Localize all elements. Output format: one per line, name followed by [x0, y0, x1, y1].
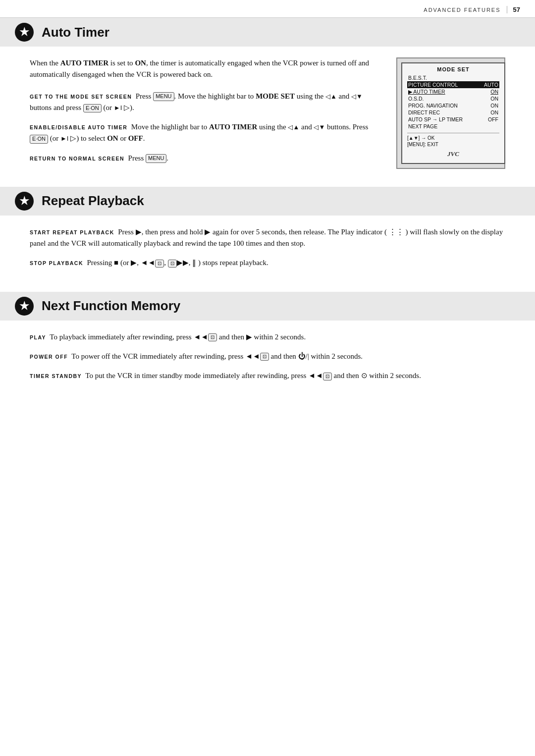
subsection-stop-playback: Stop Playback Pressing ■ (or ▶, ◄◄⊡, ⊡▶▶… — [30, 257, 505, 269]
section-repeat-playback-header: ★ Repeat Playback — [0, 187, 535, 216]
rew-key2: ⊡ — [208, 333, 217, 341]
section-next-function-header: ★ Next Function Memory — [0, 292, 535, 321]
repeat-playback-content: Start Repeat Playback Press ▶, then pres… — [0, 226, 535, 292]
mode-row-auto-sp: AUTO SP → LP TIMEROFF — [407, 116, 499, 123]
auto-timer-icon: ★ — [15, 23, 34, 42]
next-function-title: Next Function Memory — [42, 298, 180, 314]
mode-set-title: MODE SET — [407, 66, 499, 72]
subsection-return-normal: Return to Normal Screen Press MENU. — [30, 153, 381, 164]
fwd-key: ⊡ — [168, 260, 177, 268]
section-repeat-playback: ★ Repeat Playback Start Repeat Playback … — [0, 187, 535, 292]
subsection-get-to-mode-set-label: Get to the Mode Set Screen — [30, 94, 132, 100]
mode-row-auto-timer: ▶ AUTO TIMERON — [407, 88, 499, 95]
rew-key3: ⊡ — [260, 353, 269, 361]
mode-row-prog-nav: PROG. NAVIGATIONON — [407, 102, 499, 109]
subsection-timer-standby: Timer Standby To put the VCR in timer st… — [30, 370, 505, 381]
section-auto-timer-header: ★ Auto Timer — [0, 18, 535, 47]
mode-row-best: B.E.S.T. — [407, 74, 499, 81]
subsection-start-repeat-label: Start Repeat Playback — [30, 229, 114, 235]
rew-key: ⊡ — [155, 260, 164, 268]
subsection-power-off: Power Off To power off the VCR immediate… — [30, 351, 505, 362]
auto-timer-title: Auto Timer — [42, 25, 109, 40]
subsection-return-normal-label: Return to Normal Screen — [30, 156, 124, 162]
mode-row-direct-rec: DIRECT RECON — [407, 109, 499, 116]
subsection-power-off-label: Power Off — [30, 354, 68, 360]
subsection-enable-disable: Enable/Disable Auto Timer Move the highl… — [30, 121, 381, 145]
page-container: ADVANCED FEATURES 57 ★ Auto Timer When t… — [0, 0, 535, 756]
subsection-play-text: To playback immediately after rewinding,… — [48, 333, 306, 341]
mode-set-mockup: MODE SET B.E.S.T. PICTURE CONTROLAUTO ▶ … — [396, 57, 505, 169]
page-header: ADVANCED FEATURES 57 — [0, 0, 535, 18]
repeat-playback-title: Repeat Playback — [42, 193, 144, 209]
mode-set-footer: [▲▼] → OK [MENU]: EXIT — [407, 133, 499, 147]
mode-row-picture: PICTURE CONTROLAUTO — [407, 81, 499, 88]
next-function-icon: ★ — [15, 297, 34, 316]
header-page-number: 57 — [507, 6, 520, 13]
subsection-play: Play To playback immediately after rewin… — [30, 331, 505, 343]
section-auto-timer: ★ Auto Timer When the AUTO TIMER is set … — [0, 18, 535, 187]
menu-key2: MENU — [146, 154, 166, 162]
subsection-return-normal-text: Press MENU. — [126, 154, 168, 162]
auto-timer-left: When the AUTO TIMER is set to ON, the ti… — [30, 57, 381, 172]
subsection-timer-standby-text: To put the VCR in timer standby mode imm… — [84, 372, 421, 379]
subsection-play-label: Play — [30, 334, 46, 340]
section-next-function-memory: ★ Next Function Memory Play To playback … — [0, 292, 535, 405]
mode-set-outer-box: MODE SET B.E.S.T. PICTURE CONTROLAUTO ▶ … — [396, 57, 505, 169]
auto-timer-content: When the AUTO TIMER is set to ON, the ti… — [0, 57, 535, 187]
subsection-get-to-mode-set: Get to the Mode Set Screen Press MENU. M… — [30, 91, 381, 114]
mode-row-osd: O.S.D.ON — [407, 95, 499, 102]
menu-key: MENU — [153, 92, 174, 101]
subsection-stop-playback-label: Stop Playback — [30, 260, 83, 266]
subsection-power-off-text: To power off the VCR immediately after r… — [70, 352, 363, 360]
mode-set-box: MODE SET B.E.S.T. PICTURE CONTROLAUTO ▶ … — [401, 62, 505, 164]
auto-timer-intro: When the AUTO TIMER is set to ON, the ti… — [30, 57, 381, 81]
subsection-enable-disable-label: Enable/Disable Auto Timer — [30, 124, 127, 130]
repeat-playback-icon: ★ — [15, 192, 34, 211]
eon-key: E·ON — [83, 104, 102, 112]
subsection-stop-playback-text: Pressing ■ (or ▶, ◄◄⊡, ⊡▶▶, ‖ ) stops re… — [85, 259, 268, 267]
rew-key4: ⊡ — [323, 373, 332, 380]
header-section-label: ADVANCED FEATURES — [424, 7, 500, 13]
subsection-start-repeat: Start Repeat Playback Press ▶, then pres… — [30, 226, 505, 250]
mode-set-brand: JVC — [407, 150, 499, 158]
next-function-content: Play To playback immediately after rewin… — [0, 331, 535, 405]
mode-set-menu-hint: [MENU]: EXIT — [407, 142, 499, 147]
mode-set-nav-hint: [▲▼] → OK — [407, 135, 499, 141]
eon-key2: E·ON — [30, 135, 48, 143]
auto-timer-two-col: When the AUTO TIMER is set to ON, the ti… — [30, 57, 505, 172]
subsection-timer-standby-label: Timer Standby — [30, 373, 82, 379]
mode-row-next-page: NEXT PAGE — [407, 123, 499, 130]
